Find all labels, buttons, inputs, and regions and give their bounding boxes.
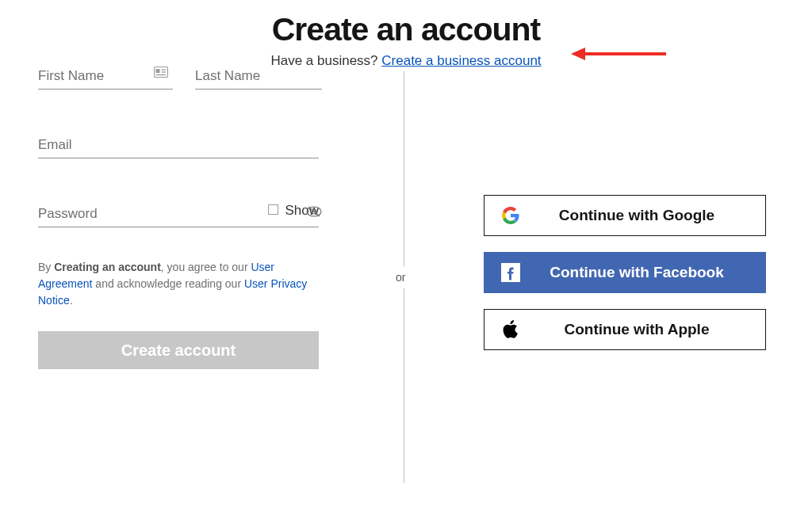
business-account-link[interactable]: Create a business account — [381, 53, 541, 68]
page-title: Create an account — [0, 11, 812, 48]
annotation-arrow-icon — [571, 44, 666, 63]
checkbox-icon — [268, 203, 278, 219]
legal-mid2: and acknowledge reading our — [92, 277, 243, 290]
create-account-button[interactable]: Create account — [38, 331, 319, 369]
or-separator: or — [393, 266, 408, 288]
google-icon — [499, 207, 523, 224]
legal-text: By Creating an account, you agree to our… — [38, 259, 319, 309]
facebook-label: Continue with Facebook — [523, 264, 765, 281]
legal-suffix: . — [70, 294, 73, 307]
email-input[interactable] — [38, 134, 319, 158]
legal-mid1: , you agree to our — [161, 261, 251, 273]
id-card-icon — [154, 67, 168, 81]
last-name-input[interactable] — [195, 65, 322, 90]
continue-apple-button[interactable]: Continue with Apple — [484, 309, 766, 350]
svg-rect-3 — [156, 69, 160, 73]
signup-form: Show By Creating an account, you agree t… — [38, 65, 324, 369]
facebook-icon — [499, 263, 523, 282]
legal-prefix: By — [38, 261, 54, 273]
continue-facebook-button[interactable]: Continue with Facebook — [484, 252, 766, 293]
svg-rect-7 — [269, 205, 278, 215]
first-name-input[interactable] — [38, 65, 173, 90]
eye-icon — [306, 206, 322, 220]
svg-marker-1 — [571, 48, 585, 60]
continue-google-button[interactable]: Continue with Google — [484, 195, 766, 236]
google-label: Continue with Google — [523, 207, 765, 224]
apple-label: Continue with Apple — [523, 321, 765, 338]
apple-icon — [499, 319, 523, 340]
svg-line-10 — [308, 207, 320, 216]
legal-bold: Creating an account — [54, 261, 161, 273]
social-login-panel: Continue with Google Continue with Faceb… — [484, 195, 766, 366]
